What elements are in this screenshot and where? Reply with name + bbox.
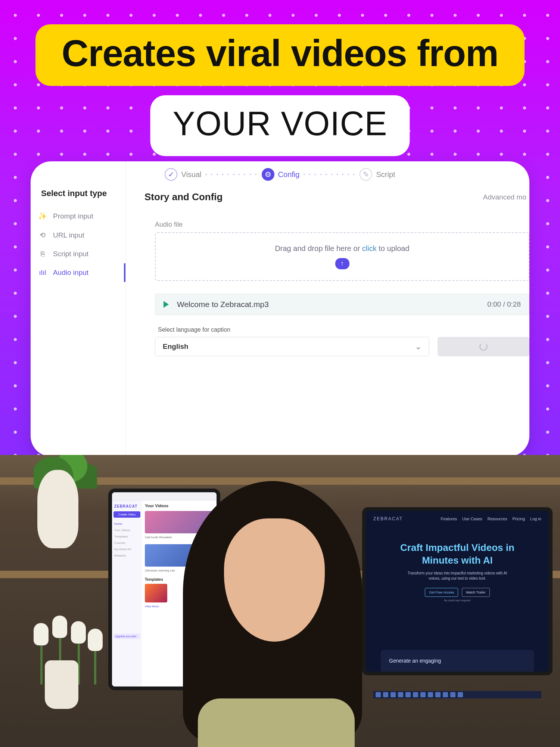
sidebar-item-label: Prompt input [53,212,93,220]
headline-line-1: Creates viral videos from [35,24,525,86]
dropzone-text: Drag and drop file here or click to uplo… [275,244,409,253]
watch-trailer-button[interactable]: Watch Trailer [462,588,490,597]
uploaded-file-row: Welcome to Zebracat.mp3 0:00 / 0:28 [155,294,529,315]
nav-item[interactable]: My Brand Kit [113,546,140,552]
nav-link[interactable]: Resources [488,517,507,521]
create-video-button[interactable]: Create Video [113,511,140,518]
chevron-down-icon: ⌄ [415,342,421,351]
generate-button[interactable] [438,337,529,356]
nav-link[interactable]: Pricing [512,517,525,521]
app-sidebar: ZEBRACAT Create Video Home Your Videos T… [112,500,142,686]
sidebar-title: Select input type [31,182,125,207]
headline-line-2: YOUR VOICE [150,95,410,156]
nav-link[interactable]: Features [441,517,457,521]
main-panel: Story and Config Advanced mo Audio file … [126,161,529,455]
input-type-sidebar: Select input type ✨ Prompt input ⟲ URL i… [31,161,126,455]
upgrade-banner[interactable]: Upgrade your plan [113,633,140,639]
promo-upper: Creates viral videos from YOUR VOICE ✓ V… [0,0,560,455]
nav-link[interactable]: Log in [530,517,541,521]
generate-box[interactable]: Generate an engaging [381,650,534,672]
nav-item[interactable]: Home [113,521,140,527]
nav-item[interactable]: Rewards [113,552,140,559]
language-label: Select language for caption [158,326,529,333]
file-time: 0:00 / 0:28 [487,300,521,309]
language-value: English [163,342,189,351]
spinner-icon [479,342,488,351]
cloud-upload-icon [335,258,349,269]
sidebar-item-label: Audio input [53,269,88,277]
nav-item[interactable]: Courses [113,540,140,546]
sidebar-item-url[interactable]: ⟲ URL input [31,226,125,245]
file-name: Welcome to Zebracat.mp3 [177,300,479,309]
sidebar-item-audio[interactable]: ılıl Audio input [31,263,125,282]
hero: Craft Impactful Videos in Minutes with A… [366,542,549,602]
vase [37,470,78,548]
play-icon[interactable] [164,301,169,308]
windows-taskbar [373,691,541,698]
sidebar-item-prompt[interactable]: ✨ Prompt input [31,207,125,226]
page-title: Story and Config [144,191,223,203]
nav-item[interactable]: Your Videos [113,527,140,533]
advanced-mode-toggle[interactable]: Advanced mo [483,193,529,201]
audio-wave-icon: ılıl [38,269,47,277]
app-card: ✓ Visual • • • • • • • • • • ⚙ Config • … [31,161,529,455]
language-select[interactable]: English ⌄ [155,337,429,356]
hero-headline: Craft Impactful Videos in Minutes with A… [366,542,549,567]
presenter-scene: ZEBRACAT Create Video Home Your Videos T… [0,455,560,747]
sidebar-item-label: Script input [53,250,88,258]
site-topnav: ZEBRACAT Features Use Cases Resources Pr… [366,511,549,527]
generate-placeholder: Generate an engaging [389,658,441,664]
brand-logo: ZEBRACAT [113,503,140,511]
link-icon: ⟲ [38,231,47,239]
get-access-button[interactable]: Get Free Access [425,588,458,597]
right-monitor: ZEBRACAT Features Use Cases Resources Pr… [366,511,549,672]
presenter [157,455,388,747]
tulips [22,612,105,709]
script-icon: ⎘ [38,250,47,258]
audio-file-label: Audio file [155,221,529,229]
nav-item[interactable]: Templates [113,533,140,540]
sidebar-item-script[interactable]: ⎘ Script input [31,245,125,263]
nav-link[interactable]: Use Cases [462,517,482,521]
sidebar-item-label: URL input [53,231,84,239]
wand-icon: ✨ [38,212,47,220]
hero-sub: Transform your ideas into impactful mark… [405,571,510,581]
click-upload-link[interactable]: click [362,244,377,252]
audio-dropzone[interactable]: Drag and drop file here or click to uplo… [155,232,529,281]
hero-footnote: No credit card required [366,599,549,602]
